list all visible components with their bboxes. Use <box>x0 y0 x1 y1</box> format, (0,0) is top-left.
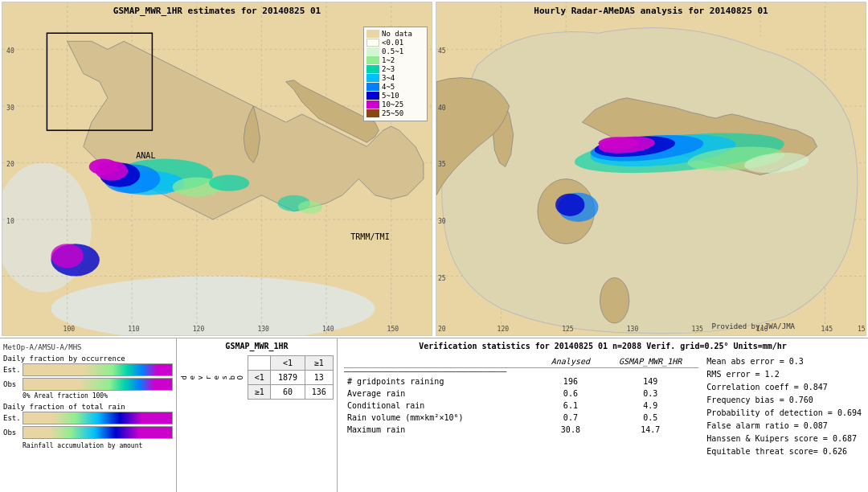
svg-point-25 <box>298 201 322 214</box>
legend-label-4-5: 4~5 <box>382 83 395 91</box>
contingency-col-lt1: <1 <box>271 356 305 371</box>
verif-row-2: Conditional rain 6.1 4.9 <box>344 400 698 412</box>
legend-item-4-5: 4~5 <box>366 83 424 91</box>
svg-text:120: 120 <box>193 326 205 333</box>
chart2-title: Daily fraction of total rain <box>3 403 173 411</box>
svg-text:40: 40 <box>6 47 14 55</box>
legend-label-1-2: 1~2 <box>382 56 395 64</box>
observed-vertical-label: Observed <box>180 375 244 379</box>
contingency-empty-cell <box>248 356 271 371</box>
est-bar-1 <box>23 363 173 376</box>
contingency-col-ge1: ≥1 <box>305 356 333 371</box>
verif-divider: ────────────────────────────────────────… <box>344 368 698 376</box>
legend-color-05-1 <box>366 47 379 55</box>
verif-gsmap-0: 149 <box>602 375 698 387</box>
stat-correlation: Correlation coeff = 0.847 <box>706 381 862 394</box>
contingency-val-lt1-ge1: 13 <box>305 371 333 385</box>
legend-item-10-25: 10~25 <box>366 100 424 109</box>
contingency-row-label-ge1: ≥1 <box>248 385 271 400</box>
legend-color-1-2 <box>366 56 379 64</box>
legend-color-25-50 <box>366 109 379 117</box>
contingency-title: GSMAP_MWR_1HR <box>180 342 334 351</box>
verif-label-2: Conditional rain <box>344 400 539 412</box>
svg-text:15: 15 <box>858 326 866 333</box>
svg-point-27 <box>51 244 83 268</box>
verif-gsmap-3: 0.5 <box>602 412 698 424</box>
legend-label-001: <0.01 <box>382 39 403 47</box>
verif-table-wrapper: Analysed GSMAP_MWR_1HR ─────────────────… <box>344 355 698 458</box>
verif-col-analysed-header: Analysed <box>539 355 602 368</box>
svg-point-55 <box>600 278 629 323</box>
obs-bar-2 <box>23 426 173 439</box>
svg-text:40: 40 <box>438 105 446 112</box>
legend-color-3-4 <box>366 74 379 82</box>
svg-text:150: 150 <box>387 326 399 333</box>
legend-label-2-3: 2~3 <box>382 65 395 73</box>
verif-col-empty <box>344 355 539 368</box>
svg-text:30: 30 <box>438 218 446 225</box>
obs-bar-1 <box>23 378 173 391</box>
contingency-val-ge1-lt1: 60 <box>271 385 305 400</box>
verif-row-3: Rain volume (mm×km²×10⁶) 0.7 0.5 <box>344 412 698 424</box>
contingency-val-lt1-lt1: 1879 <box>271 371 305 385</box>
contingency-row-ge1: ≥1 60 136 <box>248 385 334 400</box>
table-with-observed-label: Observed <1 ≥1 <1 <box>180 355 334 400</box>
bottom-left-panel: MetOp-A/AMSU-A/MHS Daily fraction by occ… <box>0 338 177 492</box>
legend-color-2-3 <box>366 65 379 73</box>
contingency-table: <1 ≥1 <1 1879 13 ≥1 <box>248 355 334 400</box>
legend-label-25-50: 25~50 <box>382 109 403 117</box>
legend-color-4-5 <box>366 83 379 91</box>
legend-label-3-4: 3~4 <box>382 74 395 82</box>
stat-false-alarm: False alarm ratio = 0.087 <box>706 420 862 433</box>
verif-col-gsmap-header: GSMAP_MWR_1HR <box>602 355 698 368</box>
svg-point-21 <box>89 158 118 174</box>
verif-label-0: # gridpoints raining <box>344 375 539 387</box>
legend-label-5-10: 5~10 <box>382 92 399 100</box>
svg-text:25: 25 <box>438 275 446 282</box>
legend-label-05-1: 0.5~1 <box>382 47 403 55</box>
legend-item-nodata: No data <box>366 30 424 38</box>
x-axis-label-1: 0% Areal fraction 100% <box>23 392 173 400</box>
svg-text:10: 10 <box>6 218 14 225</box>
main-container: GSMAP_MWR_1HR estimates for 20140825 01 <box>0 0 868 492</box>
verif-gsmap-1: 0.3 <box>602 387 698 400</box>
svg-text:30: 30 <box>6 105 14 112</box>
svg-text:125: 125 <box>562 326 574 333</box>
verif-analysed-3: 0.7 <box>539 412 602 424</box>
verif-label-4: Maximum rain <box>344 424 539 436</box>
stat-freq-bias: Frequency bias = 0.760 <box>706 394 862 407</box>
verif-analysed-1: 0.6 <box>539 387 602 400</box>
verif-gsmap-2: 4.9 <box>602 400 698 412</box>
verif-analysed-0: 196 <box>539 375 602 387</box>
verif-label-1: Average rain <box>344 387 539 400</box>
stat-mean-abs-error: Mean abs error = 0.3 <box>706 355 862 368</box>
contingency-header-row: <1 ≥1 <box>248 356 334 371</box>
svg-text:20: 20 <box>438 326 446 333</box>
verif-row-4: Maximum rain 30.8 14.7 <box>344 424 698 436</box>
accumulation-label: Rainfall accumulation by amount <box>23 442 173 449</box>
legend-item-25-50: 25~50 <box>366 109 424 117</box>
legend-color-nodata <box>366 30 379 38</box>
svg-text:135: 135 <box>691 326 703 333</box>
bottom-middle-panel: GSMAP_MWR_1HR Observed <1 ≥1 <box>177 338 338 492</box>
svg-text:145: 145 <box>821 326 833 333</box>
left-map-title: GSMAP_MWR_1HR estimates for 20140825 01 <box>2 6 432 16</box>
left-map-container: GSMAP_MWR_1HR estimates for 20140825 01 <box>2 2 432 336</box>
right-map-title: Hourly Radar-AMeDAS analysis for 2014082… <box>436 6 866 16</box>
legend-color-001 <box>366 39 379 47</box>
legend-color-5-10 <box>366 92 379 100</box>
contingency-val-ge1-ge1: 136 <box>305 385 333 400</box>
svg-point-61 <box>599 137 639 150</box>
est-label-1: Est. <box>3 366 19 374</box>
verif-label-3: Rain volume (mm×km²×10⁶) <box>344 412 539 424</box>
obs-label-1: Obs <box>3 380 19 388</box>
svg-text:110: 110 <box>128 326 140 333</box>
est-bar-2 <box>23 412 173 424</box>
stats-column: Mean abs error = 0.3 RMS error = 1.2 Cor… <box>706 355 862 458</box>
verif-content: Analysed GSMAP_MWR_1HR ─────────────────… <box>344 355 862 458</box>
chart1-title: Daily fraction by occurrence <box>3 355 173 363</box>
legend-label-nodata: No data <box>382 30 412 38</box>
svg-point-23 <box>209 175 249 191</box>
stat-equitable: Equitable threat score= 0.626 <box>706 445 862 458</box>
verif-header-row: Analysed GSMAP_MWR_1HR <box>344 355 698 368</box>
